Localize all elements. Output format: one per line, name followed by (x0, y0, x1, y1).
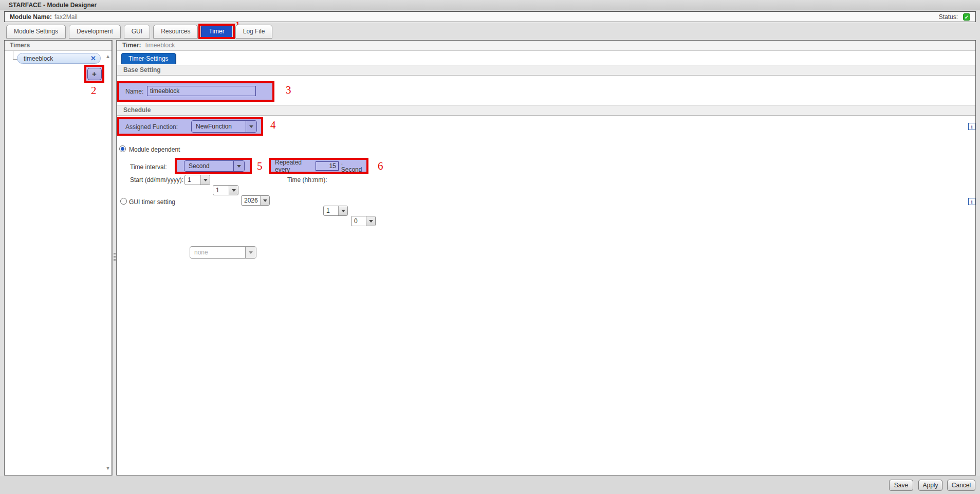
section-base-setting: Base Setting (117, 65, 975, 76)
tab-development[interactable]: Development (69, 25, 121, 39)
scroll-down-icon[interactable]: ▼ (105, 465, 110, 471)
section-schedule: Schedule (117, 105, 975, 116)
annotation-box-6: Repeated every . Second (269, 158, 368, 174)
status-label: Status: (939, 13, 958, 21)
annotation-box-1 (198, 24, 234, 39)
tab-log-file[interactable]: Log File (235, 25, 273, 39)
gui-timer-value: none (190, 249, 245, 256)
timer-header-label: Timer: (122, 42, 141, 49)
repeated-every-unit: . Second (341, 159, 362, 173)
annotation-number-4: 4 (270, 119, 276, 132)
start-hour-value: 1 (324, 207, 338, 214)
annotation-box-5: Second (175, 158, 252, 174)
gui-timer-radio[interactable] (120, 198, 127, 205)
annotation-number-2: 2 (91, 84, 97, 97)
footer-bar (0, 476, 980, 494)
annotation-box-4: Assigned Function: NewFunction (117, 117, 263, 136)
timers-panel: Timers timeeblock ✕ ▲ + 2 ▼ (4, 40, 112, 475)
tab-module-settings[interactable]: Module Settings (6, 25, 66, 39)
name-label: Name: (125, 88, 143, 95)
tab-resources[interactable]: Resources (153, 25, 198, 39)
chevron-down-icon (260, 196, 269, 205)
apply-button[interactable]: Apply (918, 480, 942, 491)
assigned-function-select[interactable]: NewFunction (191, 120, 257, 133)
time-interval-select[interactable]: Second (184, 160, 245, 172)
add-timer-icon: + (92, 69, 97, 78)
scroll-up-icon[interactable]: ▲ (105, 53, 110, 59)
timer-detail-header: Timer: timeeblock (117, 41, 975, 51)
start-month-value: 1 (213, 187, 229, 194)
repeated-every-input[interactable] (316, 161, 339, 171)
annotation-number-5: 5 (257, 160, 263, 173)
delete-timer-icon[interactable]: ✕ (90, 54, 96, 62)
module-name-label: Module Name: (10, 13, 52, 21)
chevron-down-icon (229, 186, 238, 195)
main-tab-bar: Module Settings Development GUI Resource… (6, 25, 272, 39)
save-button[interactable]: Save (889, 480, 913, 491)
repeated-every-label: Repeated every (275, 159, 313, 173)
timer-list-item[interactable]: timeeblock ✕ (17, 53, 101, 64)
tab-timer[interactable]: Timer 1 (201, 25, 232, 39)
radio-selected-dot (121, 147, 124, 151)
tab-timer-settings[interactable]: Timer-Settings (121, 53, 176, 64)
timers-panel-title: Timers (5, 41, 112, 51)
add-timer-button[interactable]: + (87, 68, 102, 80)
annotation-box-2: + (84, 65, 104, 83)
start-day-select[interactable]: 1 (184, 175, 210, 185)
tree-connector-vertical (13, 51, 13, 60)
window-title: STARFACE - Module Designer (0, 0, 980, 10)
annotation-number-6: 6 (378, 160, 383, 173)
start-time-label: Time (hh:mm): (287, 176, 327, 184)
tab-gui[interactable]: GUI (124, 25, 150, 39)
time-interval-label: Time interval: (130, 163, 167, 171)
module-dependent-radio[interactable] (119, 145, 126, 152)
info-icon[interactable]: i (968, 198, 975, 205)
module-name-bar: Module Name: fax2Mail Status: ✓ (4, 11, 976, 22)
module-name-value: fax2Mail (54, 13, 78, 21)
annotation-box-3: Name: (117, 81, 274, 102)
time-interval-value: Second (184, 162, 233, 170)
timer-list-item-label: timeeblock (24, 55, 90, 62)
panel-splitter[interactable] (112, 40, 117, 475)
gui-timer-select[interactable]: none (190, 246, 256, 259)
chevron-down-icon (200, 175, 210, 185)
timer-detail-panel: Timer: timeeblock Timer-Settings Base Se… (117, 40, 976, 475)
start-hour-select[interactable]: 1 (323, 206, 348, 216)
status-ok-icon: ✓ (963, 13, 970, 21)
annotation-number-3: 3 (286, 84, 291, 97)
assigned-function-value: NewFunction (192, 123, 246, 130)
assigned-function-label: Assigned Function: (125, 123, 178, 131)
cancel-button[interactable]: Cancel (947, 480, 975, 491)
start-year-value: 2026 (242, 197, 260, 204)
start-month-select[interactable]: 1 (213, 185, 238, 195)
gui-timer-label: GUI timer setting (129, 198, 175, 206)
chevron-down-icon (366, 216, 375, 226)
splitter-grip (114, 253, 116, 262)
start-day-value: 1 (185, 176, 200, 184)
chevron-down-icon (338, 206, 347, 215)
chevron-down-icon (233, 161, 244, 171)
start-date-label: Start (dd/mm/yyyy): (130, 176, 183, 184)
start-minute-value: 0 (352, 217, 366, 225)
info-icon[interactable]: i (968, 123, 975, 130)
timer-name-input[interactable] (147, 86, 256, 96)
start-minute-select[interactable]: 0 (351, 216, 376, 226)
chevron-down-icon (246, 121, 256, 132)
start-year-select[interactable]: 2026 (241, 195, 270, 206)
module-dependent-label: Module dependent (129, 146, 180, 153)
chevron-down-icon (245, 247, 256, 258)
timer-header-value: timeeblock (145, 42, 175, 49)
